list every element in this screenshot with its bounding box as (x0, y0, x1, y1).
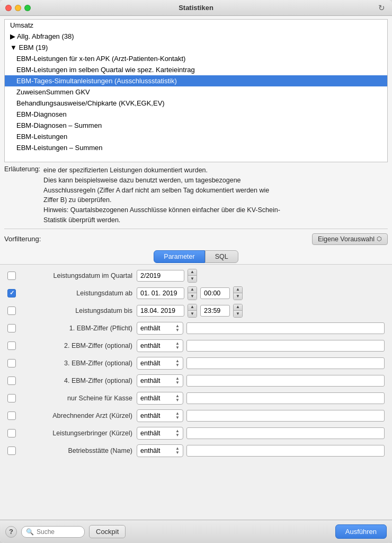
checkbox-leistungsdatum-ab[interactable] (7, 289, 16, 297)
list-item-ebm-8[interactable]: EBM-Leistungen (5, 131, 387, 142)
list-item-ebm-2[interactable]: EBM-Leistungen im selben Quartal wie spe… (5, 64, 387, 75)
statistics-list[interactable]: Umsatz▶ Allg. Abfragen (38)▼ EBM (19)EBM… (4, 19, 388, 162)
text-input-leistungserbringer[interactable] (186, 427, 385, 439)
text-input-ebm-ziffer-2[interactable] (186, 340, 385, 352)
select-arrows-icon: ▲▼ (175, 324, 180, 332)
text-input-ebm-ziffer-4[interactable] (186, 375, 385, 387)
select-ebm-ziffer-3[interactable]: enthält▲▼ (137, 357, 183, 370)
maximize-button[interactable] (24, 5, 31, 11)
help-button[interactable]: ? (5, 526, 17, 538)
divider-1 (4, 229, 388, 229)
param-row-leistungsdatum-ab: Leistungsdatum ab01. 01. 2019▲▼00:00▲▼ (7, 286, 385, 300)
close-button[interactable] (5, 5, 12, 11)
stepper-up[interactable]: ▲ (188, 269, 197, 276)
list-item-ebm-1[interactable]: EBM-Leistungen für x-ten APK (Arzt-Patie… (5, 53, 387, 64)
param-label-ebm-ziffer-3: 3. EBM-Ziffer (optional) (21, 360, 132, 367)
list-item-ebm-3[interactable]: EBM-Tages-Simultanleistungen (Ausschluss… (5, 75, 387, 86)
window-title: Statistiken (179, 4, 213, 12)
date-input-leistungsdatum-ab[interactable]: 01. 01. 2019 (137, 287, 184, 299)
list-item-ebm-5[interactable]: Behandlungsausweise/Chipkarte (KVK,EGK,E… (5, 98, 387, 109)
minimize-button[interactable] (15, 5, 21, 11)
list-item-allg-abfragen[interactable]: ▶ Allg. Abfragen (38) (5, 31, 387, 42)
cockpit-button[interactable]: Cockpit (89, 525, 126, 538)
stepper-down[interactable]: ▼ (188, 311, 197, 317)
param-label-leistungsdatum-bis: Leistungsdatum bis (21, 307, 132, 314)
search-box[interactable]: 🔍 (21, 526, 85, 538)
text-input-ebm-ziffer-3[interactable] (186, 357, 385, 369)
stepper-down[interactable]: ▼ (188, 276, 197, 282)
param-row-ebm-ziffer-2: 2. EBM-Ziffer (optional)enthält▲▼ (7, 339, 385, 353)
checkbox-leistungsdatum-quartal[interactable] (7, 272, 16, 280)
param-row-ebm-ziffer-1: 1. EBM-Ziffer (Pflicht)enthält▲▼ (7, 321, 385, 335)
param-label-leistungserbringer: Leistungserbringer (Kürzel) (21, 430, 132, 437)
titlebar-right: ↻ (375, 2, 388, 14)
titlebar: Statistiken ↻ (0, 0, 392, 16)
cockpit-label: Cockpit (96, 528, 119, 536)
time-input-leistungsdatum-ab[interactable]: 00:00 (200, 287, 230, 299)
checkbox-ebm-ziffer-2[interactable] (7, 341, 16, 350)
stepper-up[interactable]: ▲ (234, 304, 242, 311)
time-input-leistungsdatum-bis[interactable]: 23:59 (200, 305, 230, 317)
time-stepper-leistungsdatum-bis[interactable]: ▲▼ (233, 304, 243, 318)
erlaeuterung-label: Erläuterung: (4, 165, 40, 225)
tab-parameter[interactable]: Parameter (154, 250, 204, 263)
param-control-betriebsstaette: enthält▲▼ (137, 444, 385, 457)
erlaeuterung-text: eine der spezifizierten Leistungen dokum… (43, 165, 280, 225)
tab-sql[interactable]: SQL (205, 250, 238, 263)
list-item-umsatz[interactable]: Umsatz (5, 20, 387, 31)
quarter-stepper-leistungsdatum-quartal[interactable]: ▲▼ (188, 269, 197, 283)
select-arrows-icon: ▲▼ (175, 411, 180, 420)
param-control-leistungsdatum-quartal: 2/2019▲▼ (137, 269, 385, 283)
list-item-ebm-9[interactable]: EBM-Leistungen – Summen (5, 142, 387, 153)
param-row-leistungsdatum-quartal: Leistungsdatum im Quartal2/2019▲▼ (7, 269, 385, 283)
stepper-up[interactable]: ▲ (188, 304, 197, 311)
list-item-ebm-4[interactable]: ZuweisenSummen GKV (5, 86, 387, 98)
param-row-ebm-ziffer-3: 3. EBM-Ziffer (optional)enthält▲▼ (7, 356, 385, 370)
eigene-vorauswahl-button[interactable]: Eigene Vorauswahl ⬡ (312, 233, 388, 245)
ausfuehren-button[interactable]: Ausführen (335, 524, 387, 539)
quarter-select-leistungsdatum-quartal[interactable]: 2/2019 (137, 270, 184, 282)
checkbox-ebm-ziffer-4[interactable] (7, 376, 16, 385)
select-abrechnender-arzt[interactable]: enthält▲▼ (137, 409, 183, 422)
stepper-up[interactable]: ▲ (234, 287, 242, 293)
checkbox-leistungserbringer[interactable] (7, 429, 16, 437)
checkbox-ebm-ziffer-3[interactable] (7, 359, 16, 367)
time-stepper-leistungsdatum-ab[interactable]: ▲▼ (233, 286, 243, 300)
list-item-ebm[interactable]: ▼ EBM (19) (5, 42, 387, 53)
refresh-button[interactable]: ↻ (375, 2, 388, 14)
checkbox-leistungsdatum-bis[interactable] (7, 306, 16, 315)
stepper-up[interactable]: ▲ (188, 287, 197, 293)
dropdown-arrow-icon: ⬡ (377, 235, 382, 242)
text-input-nur-scheine[interactable] (186, 392, 385, 404)
stepper-down[interactable]: ▼ (234, 293, 242, 300)
param-label-ebm-ziffer-2: 2. EBM-Ziffer (optional) (21, 342, 132, 349)
list-item-ebm-6[interactable]: EBM-Diagnosen (5, 109, 387, 120)
select-arrows-icon: ▲▼ (175, 429, 180, 437)
param-row-betriebsstaette: Betriebsstätte (Name)enthält▲▼ (7, 444, 385, 458)
date-stepper-leistungsdatum-bis[interactable]: ▲▼ (188, 304, 197, 318)
list-item-ebm-7[interactable]: EBM-Diagnosen – Summen (5, 120, 387, 131)
select-nur-scheine[interactable]: enthält▲▼ (137, 392, 183, 405)
text-input-ebm-ziffer-1[interactable] (186, 322, 385, 334)
stepper-down[interactable]: ▼ (234, 311, 242, 317)
checkbox-betriebsstaette[interactable] (7, 446, 16, 455)
select-ebm-ziffer-1[interactable]: enthält▲▼ (137, 322, 183, 335)
checkbox-nur-scheine[interactable] (7, 394, 16, 402)
checkbox-ebm-ziffer-1[interactable] (7, 324, 16, 332)
text-input-abrechnender-arzt[interactable] (186, 410, 385, 422)
param-control-ebm-ziffer-4: enthält▲▼ (137, 374, 385, 387)
param-control-ebm-ziffer-1: enthält▲▼ (137, 322, 385, 335)
select-leistungserbringer[interactable]: enthält▲▼ (137, 427, 183, 440)
select-arrows-icon: ▲▼ (175, 376, 180, 385)
select-arrows-icon: ▲▼ (175, 359, 180, 367)
date-input-leistungsdatum-bis[interactable]: 18.04. 2019 (137, 305, 184, 317)
date-stepper-leistungsdatum-ab[interactable]: ▲▼ (188, 286, 197, 300)
param-label-ebm-ziffer-1: 1. EBM-Ziffer (Pflicht) (21, 325, 132, 332)
checkbox-abrechnender-arzt[interactable] (7, 411, 16, 420)
text-input-betriebsstaette[interactable] (186, 445, 385, 457)
select-ebm-ziffer-4[interactable]: enthält▲▼ (137, 374, 183, 387)
select-betriebsstaette[interactable]: enthält▲▼ (137, 444, 183, 457)
select-ebm-ziffer-2[interactable]: enthält▲▼ (137, 339, 183, 352)
stepper-down[interactable]: ▼ (188, 293, 197, 300)
search-input[interactable] (37, 528, 74, 536)
